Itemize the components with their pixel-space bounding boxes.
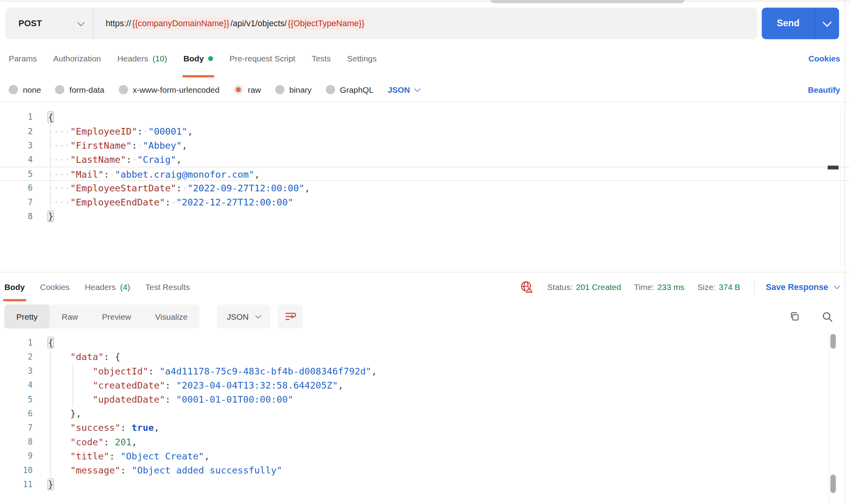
response-tab-body[interactable]: Body bbox=[4, 272, 25, 301]
code-text: } bbox=[48, 477, 54, 491]
request-body-editor[interactable]: 1{2····"EmployeeID":·"00001",3····"First… bbox=[0, 103, 850, 279]
line-number: 1 bbox=[0, 110, 33, 124]
code-line-2[interactable]: 2 "data": { bbox=[0, 350, 850, 364]
response-language-select[interactable]: JSON bbox=[217, 304, 270, 328]
view-visualize[interactable]: Visualize bbox=[143, 304, 200, 328]
response-scrollbar-thumb[interactable] bbox=[830, 334, 836, 349]
code-text: ····"EmployeeEndDate":·"2022-12-27T12:00… bbox=[48, 195, 294, 209]
status-badge[interactable]: Status:201 Created bbox=[547, 282, 621, 292]
chevron-down-icon bbox=[256, 312, 262, 319]
send-options-button[interactable] bbox=[815, 7, 839, 39]
view-preview[interactable]: Preview bbox=[90, 304, 143, 328]
code-line-3[interactable]: 3····"FirstName":·"Abbey", bbox=[0, 139, 850, 153]
code-line-1[interactable]: 1{ bbox=[0, 110, 850, 124]
mode-none[interactable]: none bbox=[9, 85, 41, 94]
tab-params[interactable]: Params bbox=[9, 39, 37, 77]
response-actions bbox=[788, 310, 834, 323]
copy-response-button[interactable] bbox=[788, 310, 800, 323]
line-number: 2 bbox=[0, 350, 33, 364]
url-segment: /api/v1/objects/ bbox=[231, 18, 287, 28]
tab-headers[interactable]: Headers(10) bbox=[117, 39, 167, 77]
line-number: 11 bbox=[0, 477, 33, 491]
network-error-globe-icon[interactable] bbox=[520, 280, 534, 294]
line-number: 8 bbox=[0, 209, 33, 223]
indent-guide bbox=[72, 364, 73, 407]
tab-pre-request-script[interactable]: Pre-request Script bbox=[229, 39, 295, 77]
unsaved-changes-dot bbox=[208, 56, 213, 61]
time-badge[interactable]: Time:233 ms bbox=[634, 282, 684, 292]
view-pretty[interactable]: Pretty bbox=[4, 304, 50, 328]
line-number: 7 bbox=[0, 421, 33, 435]
mode-binary[interactable]: binary bbox=[275, 85, 312, 94]
code-text: ····"Mail":·"abbet.craig@monofor.com", bbox=[48, 167, 260, 180]
tab-body[interactable]: Body bbox=[184, 39, 213, 77]
line-number: 7 bbox=[0, 195, 33, 209]
app-viewport: POST https://{{companyDomainName}}/api/v… bbox=[0, 0, 850, 504]
radio-icon bbox=[275, 85, 285, 94]
code-line-3[interactable]: 3 "objectId": "a4d11178-75c9-483c-bf4b-d… bbox=[0, 364, 850, 378]
method-select[interactable]: POST bbox=[5, 7, 94, 39]
wrap-lines-button[interactable] bbox=[278, 304, 303, 328]
cookies-link[interactable]: Cookies bbox=[809, 39, 840, 77]
mode-form-data[interactable]: form-data bbox=[55, 85, 104, 94]
raw-language-select[interactable]: JSON bbox=[388, 85, 420, 94]
line-number: 6 bbox=[0, 407, 33, 421]
request-url-row: POST https://{{companyDomainName}}/api/v… bbox=[5, 7, 839, 39]
code-text: "createdDate": "2023-04-04T13:32:58.6442… bbox=[48, 378, 344, 392]
view-raw[interactable]: Raw bbox=[50, 304, 90, 328]
code-line-9[interactable]: 9 "title": "Object Create", bbox=[0, 449, 850, 463]
code-text: } bbox=[48, 209, 54, 223]
indent-guide bbox=[50, 350, 50, 477]
method-label: POST bbox=[18, 18, 42, 28]
mode-graphql[interactable]: GraphQL bbox=[326, 85, 373, 94]
response-scrollbar-thumb[interactable] bbox=[830, 475, 836, 493]
tab-authorization[interactable]: Authorization bbox=[53, 39, 101, 77]
code-line-10[interactable]: 10 "message": "Object added successfully… bbox=[0, 463, 850, 477]
code-line-1[interactable]: 1{ bbox=[0, 336, 850, 350]
radio-icon bbox=[55, 85, 65, 94]
response-tab-headers[interactable]: Headers(4) bbox=[85, 272, 130, 301]
code-line-5[interactable]: 5····"Mail":·"abbet.craig@monofor.com", bbox=[0, 167, 850, 181]
save-response-button[interactable]: Save Response bbox=[766, 282, 839, 292]
line-number: 3 bbox=[0, 364, 33, 378]
wrap-lines-icon bbox=[284, 310, 297, 323]
url-input[interactable]: https://{{companyDomainName}}/api/v1/obj… bbox=[94, 7, 757, 39]
code-line-11[interactable]: 11} bbox=[0, 477, 850, 491]
code-text: "data": { bbox=[48, 350, 121, 364]
code-line-4[interactable]: 4 "createdDate": "2023-04-04T13:32:58.64… bbox=[0, 378, 850, 392]
radio-icon bbox=[119, 85, 128, 94]
size-badge[interactable]: Size:374 B bbox=[697, 282, 740, 292]
code-line-2[interactable]: 2····"EmployeeID":·"00001", bbox=[0, 124, 850, 138]
code-text: { bbox=[48, 110, 54, 124]
headers-count: (10) bbox=[153, 54, 167, 63]
response-body-editor[interactable]: 1{2 "data": {3 "objectId": "a4d11178-75c… bbox=[0, 332, 850, 504]
request-tabs: Params Authorization Headers(10) Body Pr… bbox=[0, 39, 850, 77]
code-line-6[interactable]: 6 }, bbox=[0, 407, 850, 421]
code-text: { bbox=[48, 336, 54, 350]
code-text: ····"FirstName":·"Abbey", bbox=[48, 139, 187, 153]
line-number: 8 bbox=[0, 435, 33, 449]
radio-selected-icon bbox=[234, 85, 243, 94]
code-line-7[interactable]: 7····"EmployeeEndDate":·"2022-12-27T12:0… bbox=[0, 195, 850, 209]
code-line-7[interactable]: 7 "success": true, bbox=[0, 421, 850, 435]
code-text: "message": "Object added successfully" bbox=[48, 463, 283, 477]
code-line-8[interactable]: 8 "code": 201, bbox=[0, 435, 850, 449]
response-tab-test-results[interactable]: Test Results bbox=[145, 272, 190, 301]
beautify-link[interactable]: Beautify bbox=[808, 85, 850, 94]
response-headers-count: (4) bbox=[120, 282, 130, 292]
line-number: 5 bbox=[0, 392, 33, 406]
code-line-6[interactable]: 6····"EmployeeStartDate":·"2022-09-27T12… bbox=[0, 181, 850, 195]
line-number: 2 bbox=[0, 124, 33, 138]
tab-settings[interactable]: Settings bbox=[347, 39, 376, 77]
tab-tests[interactable]: Tests bbox=[312, 39, 331, 77]
mode-raw[interactable]: raw bbox=[234, 85, 261, 94]
response-tab-cookies[interactable]: Cookies bbox=[40, 272, 69, 301]
code-line-4[interactable]: 4····"LastName":·"Craig", bbox=[0, 153, 850, 167]
mode-x-www-form-urlencoded[interactable]: x-www-form-urlencoded bbox=[119, 85, 220, 94]
send-button[interactable]: Send bbox=[762, 7, 815, 39]
editor-scroll-marker[interactable] bbox=[828, 166, 839, 169]
line-number: 4 bbox=[0, 378, 33, 392]
code-line-5[interactable]: 5 "updatedDate": "0001-01-01T00:00:00" bbox=[0, 392, 850, 406]
code-line-8[interactable]: 8} bbox=[0, 209, 850, 223]
search-response-button[interactable] bbox=[821, 310, 834, 323]
